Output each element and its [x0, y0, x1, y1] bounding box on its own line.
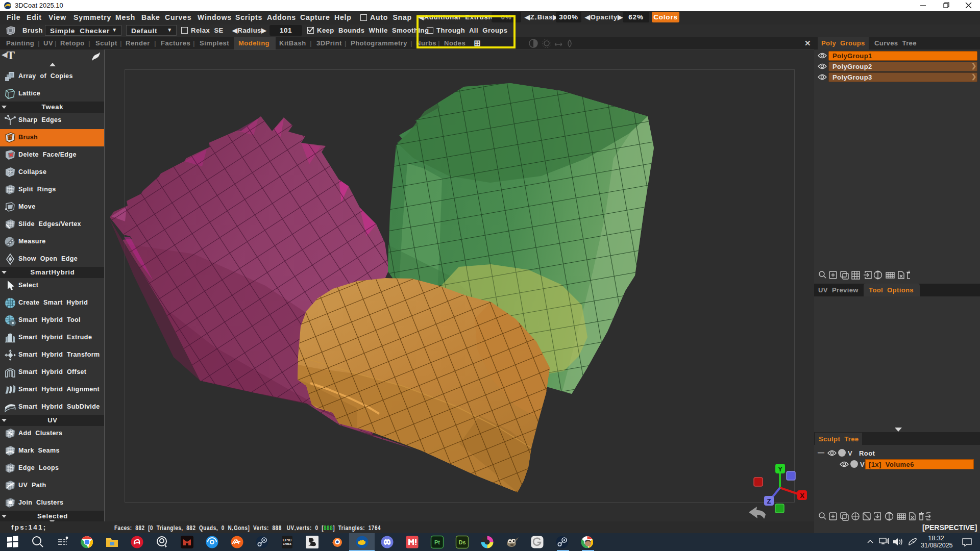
svg-text:Ds: Ds: [458, 539, 465, 545]
svg-text:X: X: [800, 492, 804, 499]
svg-text:Z: Z: [767, 497, 771, 505]
svg-text:GAMES: GAMES: [283, 543, 291, 545]
svg-text:EPIC: EPIC: [283, 538, 292, 542]
svg-text:Y: Y: [778, 465, 782, 473]
svg-text:Pt: Pt: [434, 539, 440, 545]
